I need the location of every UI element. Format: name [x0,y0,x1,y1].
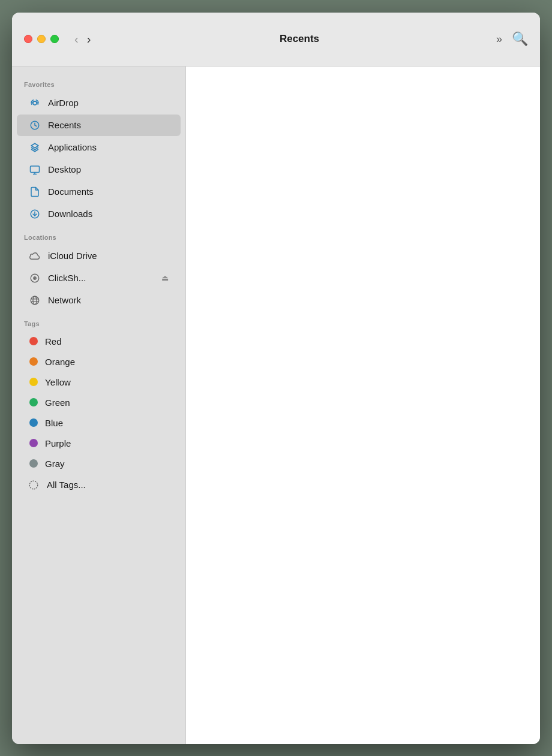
back-button[interactable]: ‹ [71,31,82,47]
locations-header: Locations [12,225,185,245]
icloud-icon [29,250,41,262]
sidebar-item-label: Applications [48,142,97,152]
sidebar-item-label: Network [48,295,81,305]
sidebar-item-label: ClickSh... [48,273,86,283]
tag-color-dot [29,337,38,345]
minimize-button[interactable] [37,35,46,43]
sidebar-item-tag-blue[interactable]: Blue [17,413,181,433]
network-icon [29,294,41,306]
sidebar-item-label: All Tags... [47,480,86,490]
traffic-lights [24,35,59,43]
sidebar-item-airdrop[interactable]: AirDrop [17,92,181,114]
toolbar-full: ‹ › Recents » 🔍 [71,31,528,47]
sidebar-item-desktop[interactable]: Desktop [17,159,181,180]
sidebar-item-tag-yellow[interactable]: Yellow [17,372,181,392]
tag-color-dot [29,378,38,386]
tag-color-dot [29,439,38,447]
sidebar-item-label: Red [45,336,62,347]
desktop-icon [29,164,41,176]
finder-window: ‹ › Recents » 🔍 Favorites [12,13,540,744]
maximize-button[interactable] [50,35,59,43]
airdrop-icon [29,97,41,109]
sidebar-item-downloads[interactable]: Downloads [17,203,181,225]
tag-color-dot [29,398,38,406]
downloads-icon [29,208,41,220]
recents-icon [29,119,41,131]
svg-point-9 [33,296,37,305]
all-tags-icon [28,479,40,491]
sidebar-item-tag-red[interactable]: Red [17,332,181,351]
nav-section: ‹ › [71,31,94,47]
title-area: Recents [280,33,319,45]
sidebar-item-applications[interactable]: Applications [17,137,181,158]
tag-color-dot [29,357,38,366]
sidebar-item-clicksh[interactable]: ClickSh... ⏏ [17,267,181,289]
documents-icon [29,186,41,198]
svg-point-12 [29,481,38,489]
sidebar-item-tag-green[interactable]: Green [17,393,181,412]
main-content [186,67,540,744]
sidebar-item-tag-orange[interactable]: Orange [17,352,181,372]
favorites-header: Favorites [12,73,185,92]
sidebar-item-label: iCloud Drive [48,251,97,261]
sidebar-item-label: Green [45,397,70,408]
tags-header: Tags [12,312,185,331]
sidebar-item-label: Orange [45,357,75,367]
sidebar-item-label: Gray [45,459,65,469]
sidebar-item-label: Downloads [48,209,92,219]
sidebar-item-tag-purple[interactable]: Purple [17,433,181,453]
sidebar-item-documents[interactable]: Documents [17,181,181,203]
window-title: Recents [280,33,319,45]
sidebar-item-all-tags[interactable]: All Tags... [17,474,181,496]
sidebar-item-network[interactable]: Network [17,290,181,311]
tag-color-dot [29,418,38,427]
sidebar: Favorites AirDrop [12,67,186,744]
sidebar-item-label: Blue [45,418,63,428]
svg-rect-2 [31,166,40,173]
sidebar-item-label: Recents [48,120,81,130]
tag-color-dot [29,459,38,468]
sidebar-item-label: AirDrop [48,98,79,108]
svg-point-7 [34,278,35,279]
forward-button[interactable]: › [83,31,95,47]
sidebar-item-tag-gray[interactable]: Gray [17,454,181,474]
eject-button[interactable]: ⏏ [161,273,169,282]
more-views-button[interactable]: » [496,33,502,46]
svg-point-8 [31,296,39,305]
applications-icon [29,141,41,153]
sidebar-item-icloud[interactable]: iCloud Drive [17,245,181,267]
sidebar-item-label: Yellow [45,377,71,387]
sidebar-item-label: Purple [45,438,71,448]
sidebar-item-recents[interactable]: Recents [17,115,181,136]
search-button[interactable]: 🔍 [512,31,528,47]
toolbar-right: » 🔍 [496,31,528,47]
close-button[interactable] [24,35,32,43]
sidebar-item-label: Desktop [48,164,81,174]
disk-icon [29,272,41,284]
sidebar-item-label: Documents [48,186,94,197]
toolbar: ‹ › Recents » 🔍 [12,13,540,67]
window-body: Favorites AirDrop [12,67,540,744]
